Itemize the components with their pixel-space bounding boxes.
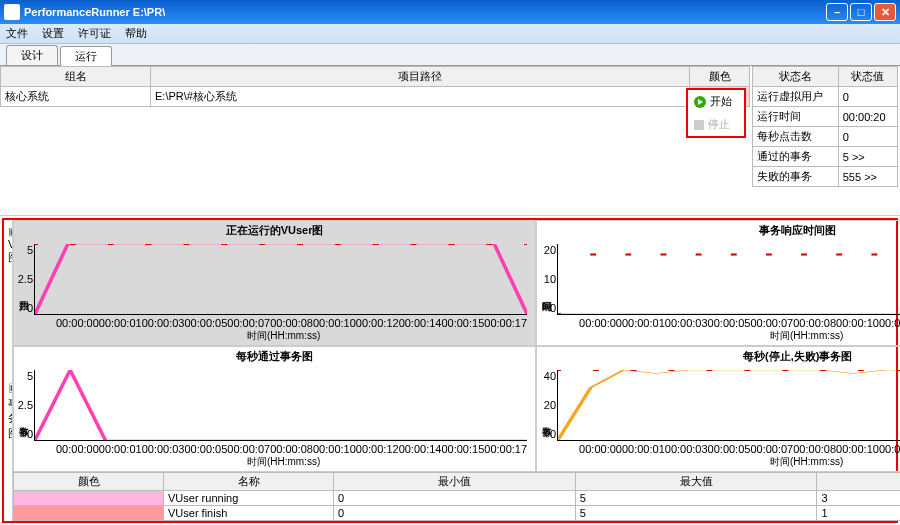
minimize-button[interactable]: – — [826, 3, 848, 21]
svg-rect-25 — [731, 253, 737, 255]
window-title: PerformanceRunner E:\PR\ — [24, 6, 826, 18]
legend-name: VUser finish — [164, 506, 334, 521]
svg-rect-4 — [70, 244, 76, 245]
menu-help[interactable]: 帮助 — [125, 26, 147, 41]
svg-rect-26 — [766, 253, 772, 255]
svg-rect-47 — [782, 370, 788, 371]
titlebar: PerformanceRunner E:\PR\ – □ ✕ — [0, 0, 900, 24]
status-value[interactable]: 555 >> — [838, 167, 897, 187]
svg-rect-27 — [801, 253, 807, 255]
status-value[interactable]: 5 >> — [838, 147, 897, 167]
svg-rect-5 — [108, 244, 114, 245]
menu-license[interactable]: 许可证 — [78, 26, 111, 41]
app-icon — [4, 4, 20, 20]
start-label: 开始 — [710, 94, 732, 109]
tab-design[interactable]: 设计 — [6, 45, 58, 65]
svg-rect-44 — [669, 370, 675, 371]
svg-rect-45 — [707, 370, 713, 371]
svg-rect-8 — [221, 244, 227, 245]
menu-file[interactable]: 文件 — [6, 26, 28, 41]
legend-min: 0 — [334, 491, 576, 506]
svg-rect-46 — [744, 370, 750, 371]
chart-response-time[interactable]: 事务响应时间图响应时间2010000:00:0000:00:0100:00:03… — [536, 220, 900, 346]
design-area: 组名 项目路径 颜色 核心系统 E:\PR\#核心系统 开始 停止 状态名 状态… — [0, 66, 900, 216]
status-col-name: 状态名 — [753, 67, 839, 87]
svg-rect-13 — [411, 244, 417, 245]
status-value: 0 — [838, 87, 897, 107]
chart-fail-per-sec[interactable]: 每秒(停止,失败)事务图事务数4020000:00:0000:00:0100:0… — [536, 346, 900, 472]
control-panel: 开始 停止 — [686, 88, 746, 138]
status-name: 失败的事务 — [753, 167, 839, 187]
status-name: 通过的事务 — [753, 147, 839, 167]
svg-rect-41 — [558, 370, 561, 371]
chart-vuser[interactable]: 正在运行的VUser图用户数52.5000:00:0000:00:0100:00… — [13, 220, 536, 346]
svg-rect-43 — [631, 370, 637, 371]
legend-col-max: 最大值 — [575, 473, 817, 491]
tabbar: 设计 运行 — [0, 44, 900, 66]
svg-rect-11 — [335, 244, 341, 245]
maximize-button[interactable]: □ — [850, 3, 872, 21]
col-group: 组名 — [1, 67, 151, 87]
status-name: 每秒点击数 — [753, 127, 839, 147]
col-color: 颜色 — [690, 67, 750, 87]
legend-col-avg: 平均值 — [817, 473, 900, 491]
legend-max: 5 — [575, 506, 817, 521]
stop-label: 停止 — [708, 117, 730, 132]
menubar: 文件 设置 许可证 帮助 — [0, 24, 900, 44]
svg-rect-28 — [836, 253, 842, 255]
start-button[interactable]: 开始 — [688, 90, 744, 113]
stop-button[interactable]: 停止 — [688, 113, 744, 136]
svg-rect-42 — [593, 370, 599, 371]
svg-rect-9 — [259, 244, 265, 245]
svg-rect-6 — [146, 244, 152, 245]
svg-rect-24 — [696, 253, 702, 255]
svg-rect-50 — [896, 370, 900, 371]
stop-icon — [694, 120, 704, 130]
legend-max: 5 — [575, 491, 817, 506]
cell-path[interactable]: E:\PR\#核心系统 — [151, 87, 690, 107]
legend-col-min: 最小值 — [334, 473, 576, 491]
legend-name: VUser running — [164, 491, 334, 506]
legend-avg: 1 — [817, 506, 900, 521]
status-table: 状态名 状态值 运行虚拟用户0 运行时间00:00:20 每秒点击数0 通过的事… — [752, 66, 898, 187]
legend-col-name: 名称 — [164, 473, 334, 491]
project-table: 组名 项目路径 颜色 核心系统 E:\PR\#核心系统 — [0, 66, 750, 107]
legend-swatch — [14, 506, 164, 521]
svg-rect-16 — [524, 244, 527, 245]
legend-col-color: 颜色 — [14, 473, 164, 491]
lower-panel: VUser图 正在运行的VUser图 事务图 事务响应时间图 每秒通过事务图 每… — [2, 218, 898, 523]
chart-pass-per-sec[interactable]: 每秒通过事务图事务数52.5000:00:0000:00:0100:00:030… — [13, 346, 536, 472]
legend-swatch — [14, 491, 164, 506]
legend-table: 颜色 名称 最小值 最大值 平均值 VUser running 0 5 3 VU… — [13, 472, 900, 521]
svg-rect-22 — [625, 253, 631, 255]
svg-rect-49 — [858, 370, 864, 371]
svg-rect-3 — [35, 244, 38, 245]
status-value: 00:00:20 — [838, 107, 897, 127]
svg-rect-10 — [297, 244, 303, 245]
svg-rect-14 — [448, 244, 454, 245]
svg-rect-12 — [373, 244, 379, 245]
svg-rect-48 — [820, 370, 826, 371]
legend-avg: 3 — [817, 491, 900, 506]
cell-group[interactable]: 核心系统 — [1, 87, 151, 107]
chart-tree: VUser图 正在运行的VUser图 事务图 事务响应时间图 每秒通过事务图 每… — [4, 220, 13, 521]
play-icon — [694, 96, 706, 108]
close-button[interactable]: ✕ — [874, 3, 896, 21]
charts-grid: 正在运行的VUser图用户数52.5000:00:0000:00:0100:00… — [13, 220, 900, 521]
status-value: 0 — [838, 127, 897, 147]
col-path: 项目路径 — [151, 67, 690, 87]
tab-run[interactable]: 运行 — [60, 46, 112, 66]
status-col-value: 状态值 — [838, 67, 897, 87]
status-name: 运行虚拟用户 — [753, 87, 839, 107]
svg-rect-23 — [661, 253, 667, 255]
svg-rect-29 — [872, 253, 878, 255]
menu-settings[interactable]: 设置 — [42, 26, 64, 41]
svg-rect-15 — [486, 244, 492, 245]
svg-rect-21 — [590, 253, 596, 255]
legend-min: 0 — [334, 506, 576, 521]
svg-rect-7 — [183, 244, 189, 245]
status-name: 运行时间 — [753, 107, 839, 127]
